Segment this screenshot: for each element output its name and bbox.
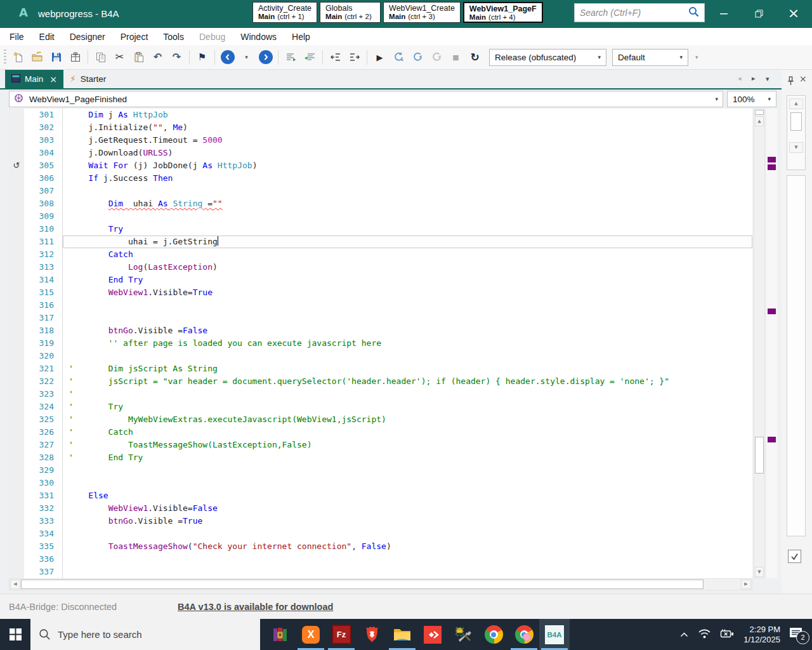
code-line-326[interactable]: 326' Catch bbox=[9, 426, 752, 439]
code-text[interactable]: ' ToastMessageShow(LastException,False) bbox=[63, 439, 752, 451]
gutter-cell[interactable] bbox=[9, 261, 24, 274]
editor-hscrollbar[interactable]: ◀ ▶ bbox=[9, 578, 752, 590]
annotation-mark[interactable] bbox=[768, 437, 776, 442]
code-line-312[interactable]: 312 Catch bbox=[9, 248, 752, 261]
zoom-combobox[interactable]: 100% ▾ bbox=[727, 91, 776, 107]
menu-windows[interactable]: Windows bbox=[233, 32, 284, 42]
code-line-318[interactable]: 318 btnGo.Visible =False bbox=[9, 324, 752, 337]
navigate-back-button[interactable] bbox=[219, 49, 236, 66]
menu-designer[interactable]: Designer bbox=[62, 32, 113, 42]
gutter-cell[interactable] bbox=[9, 121, 24, 134]
code-text[interactable]: uhai = j.GetString bbox=[63, 235, 752, 248]
code-line-322[interactable]: 322' jsScript = "var header = document.q… bbox=[9, 375, 752, 388]
code-text[interactable]: j.Initialize("", Me) bbox=[63, 121, 752, 134]
doc-tab-webview1_pagef[interactable]: WebView1_PageFMain(ctrl + 4) bbox=[463, 2, 543, 23]
new-file-button[interactable] bbox=[10, 49, 27, 66]
code-text[interactable]: Dim uhai As String ="" bbox=[63, 197, 752, 210]
gutter-cell[interactable] bbox=[9, 527, 24, 540]
hscroll-thumb[interactable] bbox=[21, 580, 704, 589]
stop-button[interactable]: ■ bbox=[447, 49, 464, 66]
code-text[interactable] bbox=[63, 210, 752, 223]
code-text[interactable] bbox=[63, 350, 752, 362]
code-text[interactable] bbox=[63, 464, 752, 477]
doc-tab-webview1_create[interactable]: WebView1_CreateMain(ctrl + 3) bbox=[383, 2, 461, 23]
gutter-cell[interactable] bbox=[9, 248, 24, 261]
cut-button[interactable]: ✂ bbox=[111, 49, 128, 66]
code-line-306[interactable]: 306 If j.Success Then bbox=[9, 172, 752, 185]
gutter-cell[interactable] bbox=[9, 210, 24, 223]
toolbar-overflow-icon[interactable]: ▾ bbox=[695, 55, 698, 60]
code-text[interactable]: End Try bbox=[63, 274, 752, 286]
gutter-cell[interactable] bbox=[9, 223, 24, 235]
gutter-cell[interactable] bbox=[9, 451, 24, 464]
code-line-331[interactable]: 331 Else bbox=[9, 489, 752, 502]
code-line-316[interactable]: 316 bbox=[9, 299, 752, 312]
gutter-cell[interactable] bbox=[9, 388, 24, 401]
doc-tab-globals[interactable]: GlobalsMain(ctrl + 2) bbox=[320, 2, 381, 23]
search-icon[interactable] bbox=[688, 6, 699, 20]
code-line-327[interactable]: 327' ToastMessageShow(LastException,Fals… bbox=[9, 439, 752, 451]
dock-scroll-track[interactable]: ▲ ▼ bbox=[787, 95, 806, 170]
code-line-314[interactable]: 314 End Try bbox=[9, 274, 752, 286]
menu-edit[interactable]: Edit bbox=[32, 32, 62, 42]
gutter-cell[interactable] bbox=[9, 439, 24, 451]
tray-expand-icon[interactable] bbox=[679, 629, 689, 640]
gutter-cell[interactable] bbox=[9, 375, 24, 388]
taskbar-dev-tools[interactable] bbox=[448, 619, 478, 650]
code-line-309[interactable]: 309 bbox=[9, 210, 752, 223]
gutter-cell[interactable] bbox=[9, 401, 24, 413]
code-text[interactable] bbox=[63, 477, 752, 489]
editor-vscrollbar[interactable]: ▲ ▼ bbox=[754, 109, 765, 578]
gutter-cell[interactable] bbox=[9, 540, 24, 553]
rebuild-button[interactable]: ↻ bbox=[466, 49, 483, 66]
gutter-cell[interactable] bbox=[9, 172, 24, 185]
code-text[interactable]: ' Catch bbox=[63, 426, 752, 439]
code-line-334[interactable]: 334 bbox=[9, 527, 752, 540]
paste-button[interactable] bbox=[130, 49, 147, 66]
code-line-336[interactable]: 336 bbox=[9, 553, 752, 566]
annotation-mark[interactable] bbox=[768, 164, 776, 170]
code-text[interactable]: Dim j As HttpJob bbox=[63, 109, 752, 121]
code-line-301[interactable]: 301 Dim j As HttpJob bbox=[9, 109, 752, 121]
code-text[interactable] bbox=[63, 527, 752, 540]
tab-list-icon[interactable]: ▾ bbox=[766, 76, 769, 83]
taskbar-filezilla[interactable]: Fz bbox=[326, 619, 357, 650]
taskbar-chrome-profile[interactable] bbox=[509, 619, 539, 650]
dock-checkbox[interactable] bbox=[788, 550, 801, 563]
taskbar-clock[interactable]: 2:29 PM 1/12/2025 bbox=[743, 625, 780, 645]
gutter-cell[interactable] bbox=[9, 324, 24, 337]
gutter-cell[interactable] bbox=[9, 489, 24, 502]
gutter-cell[interactable] bbox=[9, 426, 24, 439]
code-line-337[interactable]: 337 bbox=[9, 566, 752, 578]
code-editor[interactable]: 301 Dim j As HttpJob302 j.Initialize("",… bbox=[9, 109, 752, 578]
comment-button[interactable] bbox=[282, 49, 299, 66]
code-line-308[interactable]: 308 Dim uhai As String ="" bbox=[9, 197, 752, 210]
scroll-right-button[interactable]: ▶ bbox=[741, 580, 751, 589]
taskbar-file-explorer[interactable] bbox=[387, 619, 417, 650]
run-config-dropdown[interactable]: Default▾ bbox=[612, 49, 688, 66]
panel-close-icon[interactable]: × bbox=[799, 74, 807, 83]
code-text[interactable] bbox=[63, 553, 752, 566]
navigate-forward-button[interactable] bbox=[257, 49, 274, 66]
tab-close-icon[interactable]: × bbox=[49, 75, 57, 84]
annotation-mark[interactable] bbox=[768, 157, 776, 162]
gutter-cell[interactable] bbox=[9, 477, 24, 489]
update-download-link[interactable]: B4A v13.0 is available for download bbox=[178, 602, 333, 612]
wifi-icon[interactable] bbox=[698, 628, 711, 641]
scroll-down-button[interactable]: ▼ bbox=[755, 567, 764, 577]
code-line-319[interactable]: 319 '' after page is loaded you can exec… bbox=[9, 337, 752, 350]
search-box[interactable]: Search (Ctrl+F) bbox=[574, 3, 705, 22]
gutter-cell[interactable] bbox=[9, 235, 24, 248]
code-text[interactable]: Catch bbox=[63, 248, 752, 261]
copy-button[interactable] bbox=[92, 49, 109, 66]
gutter-cell[interactable] bbox=[9, 286, 24, 299]
code-line-330[interactable]: 330 bbox=[9, 477, 752, 489]
menu-file[interactable]: File bbox=[2, 32, 32, 42]
open-project-button[interactable] bbox=[29, 49, 46, 66]
redo-button[interactable]: ↷ bbox=[168, 49, 185, 66]
gutter-cell[interactable] bbox=[9, 515, 24, 527]
outdent-button[interactable] bbox=[327, 49, 344, 66]
code-line-302[interactable]: 302 j.Initialize("", Me) bbox=[9, 121, 752, 134]
gutter-cell[interactable] bbox=[9, 413, 24, 426]
uncomment-button[interactable] bbox=[301, 49, 318, 66]
